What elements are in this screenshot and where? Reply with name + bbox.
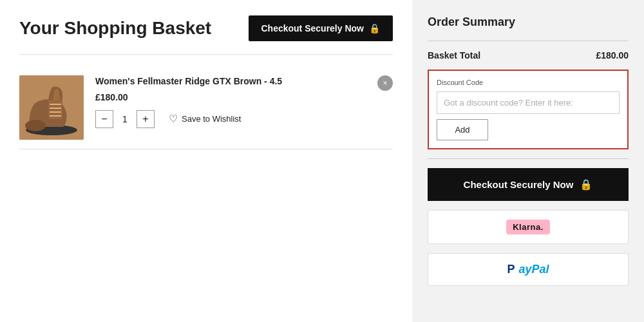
header-divider — [19, 54, 393, 55]
quantity-decrease-button[interactable]: − — [95, 110, 113, 128]
product-price: £180.00 — [95, 92, 366, 102]
discount-section: Discount Code Add — [428, 70, 629, 149]
discount-code-input[interactable] — [437, 91, 620, 114]
close-icon: × — [383, 79, 387, 88]
save-to-wishlist-button[interactable]: ♡ Save to Wishlist — [169, 113, 241, 125]
klarna-badge: Klarna. — [506, 220, 550, 234]
product-details: Women's Fellmaster Ridge GTX Brown - 4.5… — [95, 75, 366, 128]
remove-item-button[interactable]: × — [377, 75, 393, 91]
svg-point-2 — [25, 120, 46, 131]
lock-icon: 🔒 — [369, 23, 380, 33]
quantity-value: 1 — [120, 114, 130, 124]
summary-divider — [428, 41, 629, 41]
paypal-aypal-text: ayPal — [518, 263, 549, 276]
checkout-divider — [428, 158, 629, 159]
klarna-button[interactable]: Klarna. — [428, 210, 629, 244]
checkout-main-label: Checkout Securely Now — [464, 179, 574, 190]
add-discount-label: Add — [455, 125, 469, 135]
product-image — [19, 75, 84, 140]
basket-total-value: £180.00 — [596, 50, 629, 61]
left-panel: Your Shopping Basket Checkout Securely N… — [0, 0, 412, 322]
basket-total-row: Basket Total £180.00 — [428, 50, 629, 61]
checkout-main-button[interactable]: Checkout Securely Now 🔒 — [428, 168, 629, 201]
paypal-button[interactable]: P ayPal — [428, 253, 629, 286]
checkout-lock-icon: 🔒 — [580, 178, 592, 191]
add-discount-button[interactable]: Add — [437, 119, 488, 140]
product-name: Women's Fellmaster Ridge GTX Brown - 4.5 — [95, 75, 366, 88]
page-title: Your Shopping Basket — [19, 18, 211, 39]
basket-total-label: Basket Total — [428, 50, 480, 61]
quantity-increase-button[interactable]: + — [137, 110, 155, 128]
discount-code-label: Discount Code — [437, 79, 620, 86]
order-summary-panel: Order Summary Basket Total £180.00 Disco… — [412, 0, 644, 322]
quantity-controls: − 1 + ♡ Save to Wishlist — [95, 110, 366, 128]
basket-item: Women's Fellmaster Ridge GTX Brown - 4.5… — [19, 66, 393, 149]
wishlist-label: Save to Wishlist — [182, 114, 241, 124]
checkout-header-button[interactable]: Checkout Securely Now 🔒 — [249, 15, 393, 41]
order-summary-title: Order Summary — [428, 15, 629, 29]
paypal-p-icon: P — [507, 263, 515, 276]
header-row: Your Shopping Basket Checkout Securely N… — [19, 15, 393, 41]
checkout-header-label: Checkout Securely Now — [261, 23, 365, 33]
heart-icon: ♡ — [169, 113, 178, 125]
